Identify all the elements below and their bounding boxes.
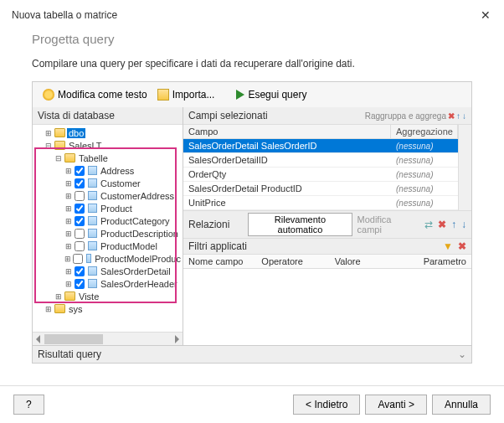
tree-node-customer[interactable]: ⊞Customer xyxy=(33,177,183,189)
table-checkbox[interactable] xyxy=(75,266,85,276)
folder-icon xyxy=(64,291,75,301)
cancel-button[interactable]: Annulla xyxy=(432,395,491,415)
fh-param: Parametro xyxy=(408,256,466,266)
back-button[interactable]: < Indietro xyxy=(293,395,360,415)
table-checkbox[interactable] xyxy=(75,204,85,214)
expand-icon[interactable]: ⊞ xyxy=(64,217,73,225)
move-up-icon[interactable]: ↑ xyxy=(451,219,456,230)
folder-icon xyxy=(54,304,65,313)
tree-node-address[interactable]: ⊞Address xyxy=(33,164,183,177)
schema-tree[interactable]: ⊞dbo ⊟SalesLT ⊟Tabelle ⊞Address ⊞Custome… xyxy=(33,125,183,332)
tree-label: sys xyxy=(67,304,85,314)
cell-aggr: (nessuna) xyxy=(391,198,458,209)
grid-row[interactable]: UnitPrice(nessuna) xyxy=(183,196,458,210)
filter-body[interactable] xyxy=(183,269,471,309)
page-subtitle: Progetta query xyxy=(0,27,504,54)
expand-icon[interactable]: ⊞ xyxy=(44,129,53,137)
delete-icon[interactable]: ✖ xyxy=(448,111,455,121)
move-up-icon[interactable]: ↑ xyxy=(456,111,460,121)
cell-campo: SalesOrderDetailID xyxy=(183,154,391,166)
cell-campo: SalesOrderDetail SalesOrderID xyxy=(183,140,391,152)
tree-node-product[interactable]: ⊞Product xyxy=(33,202,183,214)
tree-node-sys[interactable]: ⊞sys xyxy=(33,302,183,315)
grid-row[interactable]: SalesOrderDetail ProductID(nessuna) xyxy=(183,182,458,196)
tree-label: Address xyxy=(99,166,136,176)
expand-icon[interactable]: ⊞ xyxy=(64,179,73,188)
cell-aggr: (nessuna) xyxy=(391,155,458,166)
move-down-icon[interactable]: ↓ xyxy=(462,111,466,121)
edit-as-text-button[interactable]: Modifica come testo xyxy=(39,87,151,102)
expand-icon[interactable]: ⊞ xyxy=(64,167,73,175)
run-query-button[interactable]: Esegui query xyxy=(233,87,310,102)
tree-label: Product xyxy=(99,204,134,214)
collapse-icon[interactable]: ⊟ xyxy=(44,142,53,150)
cell-campo: OrderQty xyxy=(183,168,391,180)
tree-node-customeraddress[interactable]: ⊞CustomerAddress xyxy=(33,189,183,202)
expand-icon[interactable]: ⊞ xyxy=(64,267,73,276)
table-checkbox[interactable] xyxy=(75,216,85,226)
tree-label: ProductModelProduc xyxy=(93,254,183,264)
tree-node-salesorderheader[interactable]: ⊞SalesOrderHeader xyxy=(33,277,183,290)
table-checkbox[interactable] xyxy=(75,229,85,239)
tree-node-productdescription[interactable]: ⊞ProductDescription xyxy=(33,227,183,240)
tree-label: CustomerAddress xyxy=(99,191,176,201)
selected-fields-header: Campi selezionati xyxy=(188,110,268,121)
cell-aggr: (nessuna) xyxy=(391,183,458,194)
grid-row[interactable]: OrderQty(nessuna) xyxy=(183,168,458,182)
vertical-scrollbar[interactable] xyxy=(458,125,471,210)
tree-node-salesorderdetail[interactable]: ⊞SalesOrderDetail xyxy=(33,265,183,277)
folder-icon xyxy=(54,141,65,150)
auto-detect-button[interactable]: Rilevamento automatico xyxy=(248,213,352,236)
expand-icon[interactable]: ⊞ xyxy=(64,230,73,238)
import-button[interactable]: Importa... xyxy=(154,87,219,102)
folder-icon xyxy=(54,128,65,137)
group-aggregate-link[interactable]: Raggruppa e aggrega xyxy=(365,111,446,121)
table-checkbox[interactable] xyxy=(75,241,85,251)
scrollbar-thumb[interactable] xyxy=(44,334,103,344)
collapse-icon[interactable]: ⊟ xyxy=(54,154,63,162)
tree-node-tabelle[interactable]: ⊟Tabelle xyxy=(33,152,183,164)
table-icon xyxy=(88,204,97,213)
expand-icon[interactable]: ⊞ xyxy=(44,305,53,313)
expand-results-icon[interactable]: ⌄ xyxy=(458,348,466,360)
expand-icon[interactable]: ⊞ xyxy=(64,204,73,213)
tree-node-productmodel[interactable]: ⊞ProductModel xyxy=(33,240,183,252)
tree-node-productmodelproduct[interactable]: ⊞ProductModelProduc xyxy=(33,252,183,265)
next-button[interactable]: Avanti > xyxy=(365,395,426,415)
cell-aggr: (nessuna) xyxy=(391,169,458,180)
fh-name: Nome campo xyxy=(188,256,261,266)
window-title: Nuova tabella o matrice xyxy=(12,9,117,21)
table-checkbox[interactable] xyxy=(73,254,83,264)
relation-icon[interactable]: ⇄ xyxy=(424,219,433,230)
tree-node-viste[interactable]: ⊞Viste xyxy=(33,290,183,302)
relations-label: Relazioni xyxy=(188,219,243,230)
close-button[interactable]: ✕ xyxy=(476,7,496,23)
tree-node-productcategory[interactable]: ⊞ProductCategory xyxy=(33,214,183,227)
grid-row[interactable]: SalesOrderDetail SalesOrderID(nessuna) xyxy=(183,139,458,153)
tree-node-saleslt[interactable]: ⊟SalesLT xyxy=(33,139,183,152)
tree-label: ProductDescription xyxy=(99,229,180,239)
expand-icon[interactable]: ⊞ xyxy=(64,192,73,200)
table-checkbox[interactable] xyxy=(75,178,85,188)
table-checkbox[interactable] xyxy=(75,166,85,176)
horizontal-scrollbar[interactable] xyxy=(33,332,183,345)
help-button[interactable]: ? xyxy=(13,395,44,415)
tree-label: Tabelle xyxy=(77,153,110,163)
delete-filter-icon[interactable]: ✖ xyxy=(458,240,466,252)
move-down-icon[interactable]: ↓ xyxy=(461,219,466,230)
expand-icon[interactable]: ⊞ xyxy=(64,280,73,288)
cell-campo: SalesOrderDetail ProductID xyxy=(183,183,391,194)
funnel-icon[interactable]: ▼ xyxy=(443,240,453,252)
expand-icon[interactable]: ⊞ xyxy=(64,242,73,250)
expand-icon[interactable]: ⊞ xyxy=(54,292,63,301)
col-aggregazione[interactable]: Aggregazione xyxy=(391,125,458,138)
delete-relation-icon[interactable]: ✖ xyxy=(438,219,446,230)
tree-node-dbo[interactable]: ⊞dbo xyxy=(33,126,183,139)
expand-icon[interactable]: ⊞ xyxy=(64,255,71,263)
table-checkbox[interactable] xyxy=(75,191,85,201)
grid-row[interactable]: SalesOrderDetailID(nessuna) xyxy=(183,153,458,168)
table-checkbox[interactable] xyxy=(75,279,85,289)
edit-fields-link[interactable]: Modifica campi xyxy=(357,214,414,235)
col-campo[interactable]: Campo xyxy=(183,125,391,138)
wizard-buttons: ? < Indietro Avanti > Annulla xyxy=(0,385,504,423)
